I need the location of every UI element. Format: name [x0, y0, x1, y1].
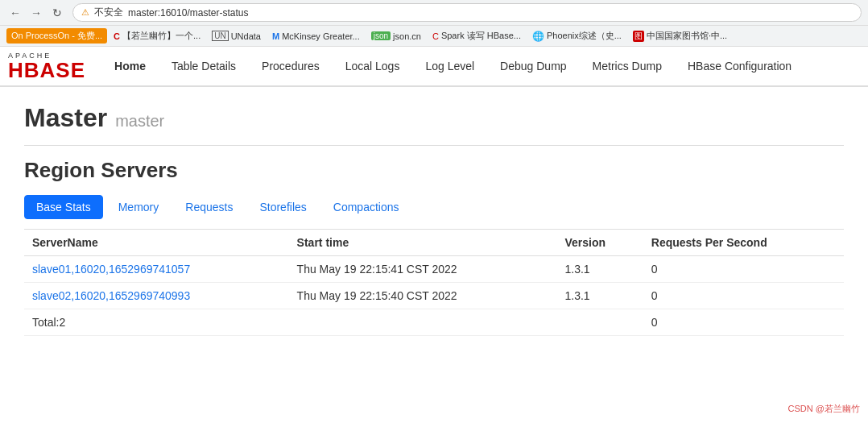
- url-text: master:16010/master-status: [128, 7, 248, 19]
- region-servers-table: ServerName Start time Version Requests P…: [24, 229, 844, 336]
- bookmark-label: Phoenix综述（史...: [547, 30, 622, 42]
- nav-debug-dump[interactable]: Debug Dump: [487, 48, 580, 86]
- version-2: 1.3.1: [556, 283, 643, 309]
- nav-log-level[interactable]: Log Level: [412, 48, 487, 86]
- hbase-logo: APACHE HBASE: [8, 52, 85, 81]
- hbase-navbar: APACHE HBASE Home Table Details Procedur…: [0, 47, 868, 87]
- col-version: Version: [556, 230, 643, 256]
- nav-local-logs[interactable]: Local Logs: [333, 48, 413, 86]
- back-button[interactable]: ←: [6, 4, 24, 22]
- rps-2: 0: [643, 283, 844, 309]
- page-title-section: Master master: [24, 103, 844, 133]
- total-row: Total:2 0: [24, 309, 844, 336]
- total-empty-1: [289, 309, 557, 336]
- tab-storefiles[interactable]: Storefiles: [248, 196, 317, 218]
- bookmark-json[interactable]: json json.cn: [366, 30, 426, 43]
- col-server-name: ServerName: [24, 230, 289, 256]
- bookmark-label: 中国国家图书馆·中...: [647, 30, 727, 42]
- bookmark-mckinsey[interactable]: M McKinsey Greater...: [267, 30, 365, 43]
- nav-procedures[interactable]: Procedures: [249, 48, 333, 86]
- bookmarks-bar: On ProcessOn - 免费... C 【若兰幽竹】一个... UN UN…: [0, 26, 868, 47]
- nav-metrics-dump[interactable]: Metrics Dump: [580, 48, 675, 86]
- page-subtitle: master: [115, 112, 164, 131]
- table-row: slave02,16020,1652969740993 Thu May 19 2…: [24, 283, 844, 309]
- tab-requests[interactable]: Requests: [174, 196, 244, 218]
- reload-button[interactable]: ↻: [48, 4, 66, 22]
- col-start-time: Start time: [289, 230, 557, 256]
- total-rps: 0: [643, 309, 844, 336]
- bookmark-ruolan[interactable]: C 【若兰幽竹】一个...: [109, 28, 205, 44]
- bookmark-label: 【若兰幽竹】一个...: [122, 30, 200, 42]
- bookmark-phoenix[interactable]: 🌐 Phoenix综述（史...: [527, 28, 626, 44]
- total-empty-2: [556, 309, 643, 336]
- bookmark-label: Spark 读写 HBase...: [441, 30, 521, 42]
- col-rps: Requests Per Second: [643, 230, 844, 256]
- logo-hbase-text: HBASE: [8, 60, 85, 81]
- nav-hbase-config[interactable]: HBase Configuration: [675, 48, 804, 86]
- bookmark-label: On ProcessOn - 免费...: [11, 30, 102, 42]
- table-row: slave01,16020,1652969741057 Thu May 19 2…: [24, 256, 844, 283]
- region-servers-title: Region Servers: [24, 158, 844, 183]
- divider-1: [24, 145, 844, 146]
- server-link-1[interactable]: slave01,16020,1652969741057: [32, 263, 190, 276]
- browser-bar: ← → ↻ ⚠ 不安全 master:16010/master-status: [0, 0, 868, 26]
- bookmark-label: json.cn: [393, 31, 421, 41]
- total-label: Total:2: [24, 309, 289, 336]
- nav-home[interactable]: Home: [101, 48, 159, 86]
- main-nav: Home Table Details Procedures Local Logs…: [101, 47, 804, 85]
- start-time-1: Thu May 19 22:15:41 CST 2022: [289, 256, 557, 283]
- version-1: 1.3.1: [556, 256, 643, 283]
- forward-button[interactable]: →: [27, 4, 45, 22]
- bookmark-library[interactable]: 图 中国国家图书馆·中...: [628, 28, 732, 44]
- bookmark-undata[interactable]: UN UNdata: [207, 29, 266, 43]
- bookmark-label: UNdata: [231, 31, 261, 41]
- nav-buttons: ← → ↻: [6, 4, 66, 22]
- tab-bar: Base Stats Memory Requests Storefiles Co…: [24, 195, 844, 219]
- nav-table-details[interactable]: Table Details: [159, 48, 249, 86]
- address-bar[interactable]: ⚠ 不安全 master:16010/master-status: [72, 3, 862, 22]
- bookmark-processon[interactable]: On ProcessOn - 免费...: [6, 28, 107, 44]
- bookmark-label: McKinsey Greater...: [282, 31, 360, 41]
- rps-1: 0: [643, 256, 844, 283]
- tab-base-stats[interactable]: Base Stats: [24, 195, 103, 219]
- page-title: Master: [24, 103, 107, 133]
- url-prefix: 不安全: [94, 6, 123, 19]
- bookmark-spark[interactable]: C Spark 读写 HBase...: [428, 28, 526, 44]
- lock-icon: ⚠: [81, 7, 89, 18]
- server-link-2[interactable]: slave02,16020,1652969740993: [32, 289, 190, 302]
- tab-compactions[interactable]: Compactions: [322, 196, 411, 218]
- tab-memory[interactable]: Memory: [107, 196, 171, 218]
- start-time-2: Thu May 19 22:15:40 CST 2022: [289, 283, 557, 309]
- main-content: Master master Region Servers Base Stats …: [0, 87, 868, 352]
